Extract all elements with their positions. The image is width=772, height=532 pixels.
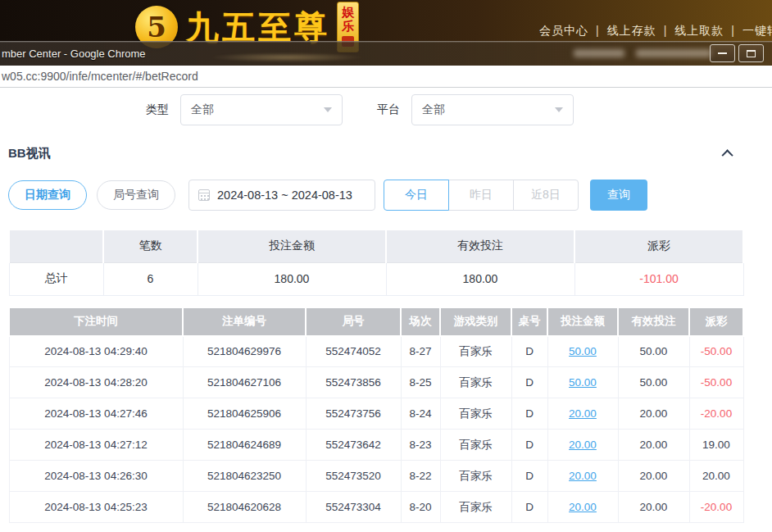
cell-order: 521804629976	[183, 336, 306, 367]
header-valid-bet: 有效投注	[618, 307, 689, 336]
cell-session: 8-20	[401, 492, 440, 523]
cell-time: 2024-08-13 04:27:12	[9, 430, 183, 461]
cell-bet: 20.00	[547, 461, 618, 492]
screen: 5 九五至尊 娱 乐 会员中心|线上存款|线上取款|一键转 mber Cente…	[0, 0, 772, 532]
section-title: BB视讯	[8, 146, 51, 161]
badge-char: 乐	[342, 19, 354, 33]
bet-amount-link[interactable]: 20.00	[569, 501, 597, 513]
redacted-user-info	[574, 49, 624, 57]
cell-bet: 20.00	[547, 492, 618, 523]
bet-table-header-row: 下注时间 注单编号 局号 场次 游戏类别 桌号 投注金额 有效投注 派彩	[9, 307, 743, 336]
url-bar[interactable]: w05.cc:9900/infe/mcenter/#/betRecord	[0, 66, 772, 88]
summary-total-count: 6	[103, 262, 198, 295]
bet-amount-link[interactable]: 20.00	[569, 439, 597, 451]
nav-separator: |	[596, 24, 600, 37]
summary-header-bet: 投注金额	[198, 230, 386, 262]
cell-round: 552474052	[306, 336, 401, 367]
cell-round: 552473756	[306, 398, 401, 430]
table-row: 2024-08-13 04:26:30521804623250552473520…	[9, 461, 743, 492]
header-session: 场次	[401, 307, 440, 336]
type-select[interactable]: 全部	[180, 94, 343, 125]
nav-member-center[interactable]: 会员中心	[539, 24, 588, 37]
cell-bet: 20.00	[547, 398, 618, 430]
cell-session: 8-24	[401, 398, 440, 430]
summary-header-row: 笔数 投注金额 有效投注 派彩	[9, 230, 743, 262]
nav-separator: |	[731, 24, 735, 37]
nav-one-key-transfer[interactable]: 一键转	[742, 24, 772, 37]
filter-row: 类型 全部 平台 全部	[0, 93, 772, 126]
query-toolbar: 日期查询 局号查询 2024-08-13 ~ 2024-08-13 今日 昨日 …	[0, 180, 772, 211]
cell-game: 百家乐	[440, 398, 511, 430]
summary-total-payout: -101.00	[574, 262, 743, 295]
cell-payout: 20.00	[689, 461, 743, 492]
nav-online-deposit[interactable]: 线上存款	[607, 24, 656, 37]
cell-game: 百家乐	[440, 430, 511, 461]
bet-table-body: 2024-08-13 04:29:40521804629976552474052…	[9, 336, 743, 523]
cell-table_no: D	[511, 367, 547, 398]
header-bet-time: 下注时间	[9, 307, 183, 336]
table-row: 2024-08-13 04:28:20521804627106552473856…	[9, 367, 743, 398]
minimize-button[interactable]	[710, 44, 735, 62]
cell-bet: 50.00	[547, 367, 618, 398]
cell-time: 2024-08-13 04:28:20	[9, 367, 183, 398]
yesterday-button[interactable]: 昨日	[448, 180, 514, 211]
type-filter-label: 类型	[146, 102, 169, 117]
cell-bet: 20.00	[547, 430, 618, 461]
cell-payout: -50.00	[689, 336, 743, 367]
cell-round: 552473304	[306, 492, 401, 523]
table-row: 2024-08-13 04:27:46521804625906552473756…	[9, 398, 743, 430]
today-button[interactable]: 今日	[384, 180, 449, 211]
top-nav: 会员中心|线上存款|线上取款|一键转	[539, 24, 772, 39]
table-row: 2024-08-13 04:29:40521804629976552474052…	[9, 336, 743, 367]
header-bet-amount: 投注金额	[547, 307, 618, 336]
cell-round: 552473520	[306, 461, 401, 492]
date-range-value: 2024-08-13 ~ 2024-08-13	[217, 189, 352, 202]
header-game-type: 游戏类别	[440, 307, 511, 336]
bet-amount-link[interactable]: 20.00	[569, 407, 597, 420]
summary-header-payout: 派彩	[574, 230, 743, 262]
cell-game: 百家乐	[440, 367, 511, 398]
maximize-button[interactable]	[738, 44, 764, 62]
collapse-chevron-icon[interactable]	[722, 149, 733, 161]
header-order-number: 注单编号	[183, 307, 306, 336]
cell-game: 百家乐	[440, 336, 511, 367]
header-round-number: 局号	[306, 307, 401, 336]
cell-valid: 20.00	[618, 398, 689, 430]
chevron-down-icon	[555, 107, 563, 112]
bet-amount-link[interactable]: 50.00	[569, 345, 597, 357]
search-button[interactable]: 查询	[590, 180, 647, 211]
table-row: 2024-08-13 04:25:23521804620628552473304…	[9, 492, 743, 523]
cell-table_no: D	[511, 492, 547, 523]
quick-range-group: 今日 昨日 近8日	[384, 180, 579, 211]
cell-session: 8-22	[401, 461, 440, 492]
bet-amount-link[interactable]: 50.00	[569, 376, 597, 389]
cell-session: 8-27	[401, 336, 440, 367]
cell-order: 521804627106	[183, 367, 306, 398]
cell-table_no: D	[511, 336, 547, 367]
window-title: mber Center - Google Chrome	[2, 48, 146, 60]
summary-total-bet: 180.00	[198, 262, 386, 295]
cell-round: 552473642	[306, 430, 401, 461]
cell-bet: 50.00	[547, 336, 618, 367]
cell-round: 552473856	[306, 367, 401, 398]
round-query-tab[interactable]: 局号查询	[97, 180, 175, 210]
summary-total-label: 总计	[9, 262, 103, 295]
url-text: w05.cc:9900/infe/mcenter/#/betRecord	[2, 70, 198, 83]
cell-valid: 50.00	[618, 336, 689, 367]
date-query-tab[interactable]: 日期查询	[8, 180, 87, 210]
date-range-input[interactable]: 2024-08-13 ~ 2024-08-13	[188, 180, 375, 211]
cell-time: 2024-08-13 04:25:23	[9, 492, 183, 523]
badge-char: 娱	[342, 5, 354, 19]
page-content: 类型 全部 平台 全部 BB视讯 日期查询 局号查询 2024-08-13 ~ …	[0, 88, 772, 523]
cell-order: 521804620628	[183, 492, 306, 523]
cell-game: 百家乐	[440, 492, 511, 523]
bet-amount-link[interactable]: 20.00	[569, 470, 597, 482]
platform-select[interactable]: 全部	[411, 94, 574, 125]
nav-online-withdraw[interactable]: 线上取款	[674, 24, 724, 37]
header-payout: 派彩	[689, 307, 743, 336]
calendar-icon	[198, 189, 210, 201]
cell-payout: -20.00	[689, 492, 743, 523]
last-8-days-button[interactable]: 近8日	[513, 180, 579, 211]
nav-separator: |	[664, 24, 668, 37]
cell-time: 2024-08-13 04:26:30	[9, 461, 183, 492]
